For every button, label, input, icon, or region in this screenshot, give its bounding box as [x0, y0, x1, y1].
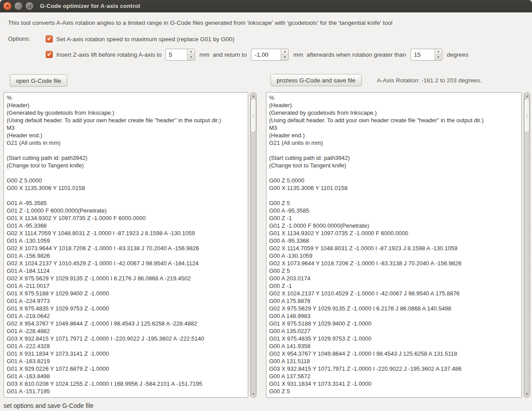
spin-down-icon[interactable]: ▼	[435, 55, 442, 60]
lift-height-spinbox[interactable]: 5 ▲ ▼	[165, 49, 195, 61]
options-label: Options:	[8, 35, 30, 42]
source-gcode-textview[interactable]: % (Header) (Generated by gcodetools from…	[4, 92, 248, 398]
source-gcode-text: % (Header) (Generated by gcodetools from…	[7, 94, 245, 395]
output-scrollbar-thumb[interactable]	[524, 98, 530, 133]
source-gcode-pane: % (Header) (Generated by gcodetools from…	[4, 92, 257, 398]
zlift-checkbox[interactable]: ✔	[46, 51, 53, 58]
source-scrollbar-thumb[interactable]	[250, 98, 256, 133]
scrollbar-grip-icon	[526, 114, 528, 117]
app-window: { "window": { "title": "G-Code optimizer…	[0, 0, 532, 411]
zlift-label: Insert Z-axis lift before rotating A-axi…	[56, 51, 162, 58]
scroll-down-icon[interactable]: ▼	[524, 392, 530, 395]
process-gcode-button[interactable]: prozess G-Code and save file	[270, 74, 362, 86]
close-button[interactable]: ✕	[3, 2, 12, 10]
status-text: set options and save G-Code file	[4, 402, 94, 409]
spin-down-icon[interactable]: ▼	[188, 55, 195, 60]
output-gcode-text: % (Header) (Generated by gcodetools from…	[269, 94, 519, 395]
check-icon: ✔	[47, 36, 51, 42]
maximize-button[interactable]	[25, 2, 34, 10]
source-scrollbar[interactable]: ▲ ▼	[250, 92, 257, 398]
angle-threshold-spinners: ▲ ▼	[434, 49, 442, 60]
statusbar: set options and save G-Code file	[0, 400, 532, 411]
open-gcode-button[interactable]: open G-Code file	[10, 74, 67, 87]
option-max-speed-row: ✔ Set A-axis rotation speed to maximum s…	[46, 35, 236, 43]
spin-down-icon[interactable]: ▼	[281, 55, 288, 60]
scroll-down-icon[interactable]: ▼	[250, 392, 256, 395]
rotation-range-label: A-Axis Rotation: -181.2 to 203 degrees.	[377, 77, 481, 84]
angle-label: mm afterwards when rotation greater than	[293, 51, 406, 58]
return-label: mm and return to	[200, 51, 247, 58]
scrollbar-grip-icon	[253, 114, 254, 117]
titlebar[interactable]: ✕ – G-Code optimizer for A-axis control	[0, 0, 532, 12]
return-height-spinbox[interactable]: -1,00 ▲ ▼	[251, 49, 289, 61]
close-icon: ✕	[5, 4, 9, 8]
output-gcode-pane: % (Header) (Generated by gcodetools from…	[266, 92, 530, 398]
spin-up-icon[interactable]: ▲	[435, 49, 442, 55]
return-height-spinners: ▲ ▼	[281, 49, 288, 60]
lift-height-spinners: ▲ ▼	[187, 49, 195, 60]
window-controls: ✕ –	[3, 2, 34, 10]
minimize-icon: –	[17, 4, 20, 8]
scroll-up-icon[interactable]: ▲	[524, 94, 530, 97]
spin-up-icon[interactable]: ▲	[188, 49, 195, 55]
degrees-label: degrees	[447, 51, 469, 58]
output-gcode-textview[interactable]: % (Header) (Generated by gcodetools from…	[266, 92, 522, 398]
maximize-icon	[28, 5, 31, 8]
spin-up-icon[interactable]: ▲	[281, 49, 288, 55]
output-scrollbar[interactable]: ▲ ▼	[524, 92, 530, 398]
max-speed-label: Set A-axis rotation speed to maximum spe…	[56, 36, 234, 43]
check-icon: ✔	[47, 52, 51, 57]
max-speed-checkbox[interactable]: ✔	[46, 35, 53, 43]
option-zlift-row: ✔ Insert Z-axis lift before rotating A-a…	[46, 48, 471, 61]
angle-threshold-spinbox[interactable]: 15 ▲ ▼	[411, 49, 442, 61]
minimize-button[interactable]: –	[14, 2, 23, 10]
tool-description: This tool converts A-Axis rotation angle…	[8, 19, 392, 26]
lift-height-value[interactable]: 5	[166, 49, 187, 60]
angle-threshold-value[interactable]: 15	[411, 49, 434, 60]
scroll-up-icon[interactable]: ▲	[250, 94, 256, 97]
window-title: G-Code optimizer for A-axis control	[40, 3, 140, 9]
return-height-value[interactable]: -1,00	[251, 49, 281, 60]
